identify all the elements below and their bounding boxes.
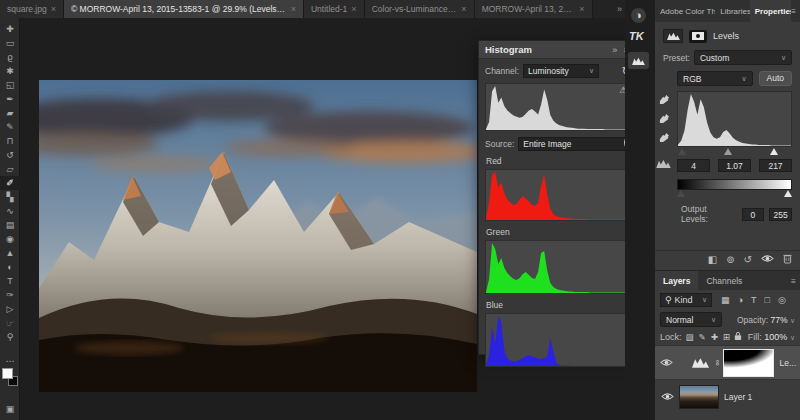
- adjustment-layer-filter-icon[interactable]: ◑: [738, 295, 743, 305]
- quick-mask-icon[interactable]: ▣: [0, 402, 20, 416]
- highlight-input-slider[interactable]: [770, 148, 778, 155]
- auto-button[interactable]: Auto: [759, 71, 793, 86]
- channel-select[interactable]: Luminosity ∨: [523, 64, 599, 78]
- document-tab[interactable]: Untitled-1×: [304, 0, 365, 18]
- panel-tab-adobe-color-ther[interactable]: Adobe Color Ther: [655, 0, 715, 22]
- shape-layer-filter-icon[interactable]: □: [764, 295, 769, 305]
- visibility-eye-icon[interactable]: [761, 254, 774, 266]
- gradient-tool[interactable]: ▤: [0, 218, 20, 232]
- blend-mode-select[interactable]: Normal ∨: [660, 312, 722, 327]
- zoom-tool[interactable]: ⚲: [0, 330, 20, 344]
- panel-collapse-icon[interactable]: »: [612, 45, 619, 55]
- blur-tool[interactable]: ◉: [0, 232, 20, 246]
- eraser-tool[interactable]: ▱: [0, 162, 20, 176]
- document-tab[interactable]: Color-vs-Luminance.jpg×: [365, 0, 475, 18]
- panel-tab-libraries[interactable]: Libraries: [715, 0, 749, 22]
- panel-tab-properties[interactable]: Properties: [750, 0, 792, 22]
- tab-close-icon[interactable]: ×: [291, 4, 296, 14]
- foreground-color-swatch[interactable]: [2, 368, 13, 379]
- mountain-photo[interactable]: [39, 80, 477, 392]
- clone-stamp-tool[interactable]: ⊓: [0, 134, 20, 148]
- layer-row-layer1[interactable]: Layer 1: [655, 379, 800, 413]
- gray-point-eyedropper-icon[interactable]: [658, 112, 671, 125]
- move-tool[interactable]: ✚: [0, 22, 20, 36]
- output-black-slider[interactable]: [677, 190, 685, 197]
- dodge-tool[interactable]: ◐: [0, 260, 20, 274]
- pixel-layer-filter-icon[interactable]: ▦: [721, 295, 730, 305]
- levels-channel-select[interactable]: RGB ∨: [677, 71, 753, 86]
- lock-artboard-icon[interactable]: ⊞: [723, 332, 730, 342]
- black-point-eyedropper-icon[interactable]: [658, 93, 671, 106]
- healing-brush-tool[interactable]: ▰: [0, 106, 20, 120]
- delete-trash-icon[interactable]: [783, 253, 792, 267]
- smart-object-filter-icon[interactable]: ◎: [778, 295, 786, 305]
- marquee-tool[interactable]: ▭: [0, 36, 20, 50]
- histogram-panel-header[interactable]: Histogram » ≡: [479, 41, 637, 59]
- brush-tool[interactable]: ✐: [0, 176, 20, 190]
- sharpen-tool[interactable]: ▲: [0, 246, 20, 260]
- white-point-eyedropper-icon[interactable]: [658, 131, 671, 144]
- tk-logo[interactable]: TK: [629, 30, 644, 42]
- chevron-down-icon[interactable]: ∨: [790, 317, 795, 324]
- lock-image-icon[interactable]: ✎: [699, 332, 706, 342]
- layer-name[interactable]: Le...: [779, 358, 796, 368]
- tk-histogram-button[interactable]: [628, 52, 649, 69]
- output-white-slider[interactable]: [784, 190, 792, 197]
- reset-icon[interactable]: ↺: [744, 254, 752, 266]
- pencil-tool[interactable]: ✎: [0, 120, 20, 134]
- histogram-detail-icon[interactable]: [656, 159, 671, 170]
- shadow-input-value[interactable]: 4: [677, 159, 710, 172]
- previous-state-icon[interactable]: ⊚: [726, 254, 734, 266]
- properties-menu-icon[interactable]: ≡: [791, 7, 800, 16]
- lasso-tool[interactable]: ϱ: [0, 50, 20, 64]
- pen-tool[interactable]: ✑: [0, 288, 20, 302]
- preset-select[interactable]: Custom ∨: [694, 50, 792, 65]
- highlight-input-value[interactable]: 217: [759, 159, 792, 172]
- path-selection-tool[interactable]: ▷: [0, 302, 20, 316]
- pattern-stamp-tool[interactable]: ▚: [0, 190, 20, 204]
- document-tab[interactable]: MORROW-April 13, 2015-13583-1 cc×: [475, 0, 593, 18]
- history-brush-tool[interactable]: ↺: [0, 148, 20, 162]
- layer-visibility-eye-icon[interactable]: [659, 392, 675, 401]
- opacity-value[interactable]: 77%: [770, 315, 787, 325]
- tab-close-icon[interactable]: ×: [461, 4, 466, 14]
- crop-tool[interactable]: ◱: [0, 78, 20, 92]
- layer-visibility-eye-icon[interactable]: [659, 358, 675, 367]
- clip-to-layer-icon[interactable]: ◧: [708, 254, 717, 266]
- hand-tool[interactable]: ☞: [0, 316, 20, 330]
- layer-image-thumbnail[interactable]: [679, 385, 719, 409]
- toolbar-ellipsis-icon[interactable]: ⋯: [0, 354, 20, 368]
- eyedropper-tool[interactable]: ✒: [0, 92, 20, 106]
- lock-all-icon[interactable]: [734, 331, 742, 343]
- layers-tab-channels[interactable]: Channels: [698, 271, 750, 290]
- output-low-value[interactable]: 0: [742, 208, 765, 221]
- tab-close-icon[interactable]: ×: [51, 4, 56, 14]
- type-tool[interactable]: T: [0, 274, 20, 288]
- kind-filter-select[interactable]: ⚲ Kind ∨: [660, 293, 712, 307]
- layer-row-levels[interactable]: ∞ Le...: [655, 345, 800, 379]
- shadow-input-slider[interactable]: [678, 148, 686, 155]
- tab-close-icon[interactable]: ×: [579, 4, 584, 14]
- layer-mask-thumbnail[interactable]: [723, 349, 775, 377]
- levels-adjustment-thumbnail[interactable]: [689, 355, 713, 371]
- layer-name[interactable]: Layer 1: [724, 392, 752, 402]
- lock-transparency-icon[interactable]: ▨: [686, 332, 694, 342]
- document-tab[interactable]: square.jpg×: [0, 0, 64, 18]
- layers-menu-icon[interactable]: ≡: [791, 276, 800, 286]
- midtone-input-value[interactable]: 1.07: [718, 159, 751, 172]
- document-tab[interactable]: © MORROW-April 13, 2015-13583-1 @ 29.9% …: [64, 0, 304, 18]
- output-high-value[interactable]: 255: [769, 208, 792, 221]
- fill-value[interactable]: 100%: [764, 332, 787, 342]
- source-select[interactable]: Entire Image: [518, 137, 631, 151]
- mask-link-icon[interactable]: ∞: [713, 360, 722, 366]
- lock-position-icon[interactable]: ✚: [711, 332, 718, 342]
- midtone-input-slider[interactable]: [724, 148, 732, 155]
- type-layer-filter-icon[interactable]: T: [751, 295, 757, 305]
- color-swatches[interactable]: [2, 368, 18, 386]
- tab-close-icon[interactable]: ×: [351, 4, 356, 14]
- magic-wand-tool[interactable]: ✱: [0, 64, 20, 78]
- smudge-tool[interactable]: ∿: [0, 204, 20, 218]
- chevron-down-icon[interactable]: ∨: [790, 334, 795, 341]
- layers-tab-layers[interactable]: Layers: [655, 271, 698, 290]
- tk-contrast-icon[interactable]: ◑: [631, 8, 646, 23]
